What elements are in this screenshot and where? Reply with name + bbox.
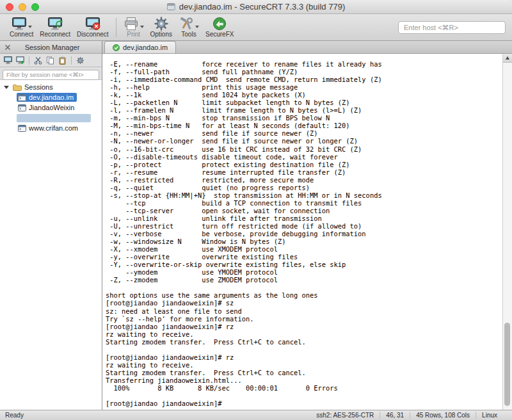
status-remote-os: Linux (476, 412, 503, 419)
session-filter-input[interactable] (3, 70, 99, 80)
terminal-line: [root@jiandao jiandaoweixin]# sz (106, 299, 502, 307)
terminal-line: -L, --packetlen N limit subpacket length… (106, 99, 502, 106)
terminal-line: Try `sz --help' for more information. (106, 315, 502, 323)
session-terminal-icon (18, 104, 26, 111)
print-button[interactable]: Print (120, 16, 147, 38)
status-bar: Ready ssh2: AES-256-CTR 46, 31 45 Rows, … (0, 410, 512, 420)
connect-session-button[interactable] (3, 55, 13, 66)
status-cursor-position: 46, 31 (380, 412, 410, 419)
terminal-output[interactable]: -E, --rename force receiver to rename fi… (102, 54, 502, 410)
status-encryption: ssh2: AES-256-CTR (310, 412, 380, 419)
terminal-line: -R, --restricted restricted, more secure… (106, 176, 502, 184)
tree-folder-sessions[interactable]: Sessions (0, 82, 102, 92)
terminal-line: [root@jiandao jiandaoweixin]# rz (106, 323, 502, 330)
disconnect-label: Disconnect (77, 31, 108, 38)
panel-toolbar-separator (71, 56, 72, 65)
terminal-line: -X, --xmodem use XMODEM protocol (106, 245, 502, 253)
tab-bar: dev.jiandao.im (102, 41, 512, 54)
terminal-line: -h, --help print this usage message (106, 83, 502, 91)
terminal-line: -s, --stop-at {HH:MM|+N} stop transmissi… (106, 191, 502, 199)
terminal-line: sz: need at least one file to send (106, 307, 502, 315)
session-item-label: dev.jiandao.im (29, 93, 74, 101)
gear-icon (154, 17, 168, 31)
paste-button[interactable] (57, 55, 68, 66)
session-manager-toolbar (0, 54, 102, 67)
folder-icon (13, 84, 22, 91)
options-button[interactable]: Options (147, 16, 175, 38)
terminal-line: rz waiting to receive. (106, 361, 502, 369)
terminal-line: -n, --newer send file if source newer (Z… (106, 129, 502, 137)
terminal-line: -U, --unrestrict turn off restricted mod… (106, 222, 502, 230)
disclosure-triangle-icon[interactable] (4, 86, 9, 89)
titlebar: dev.jiandao.im - SecureCRT 7.3.3 (build … (0, 0, 512, 14)
close-button[interactable] (6, 3, 13, 11)
session-manager-panel: Session Manager (0, 41, 102, 410)
terminal-line: -k, --1k send 1024 byte packets (X) (106, 91, 502, 99)
app-icon (167, 3, 175, 10)
terminal-line: 100% 8 KB 8 KB/sec 00:00:01 0 Errors (106, 384, 502, 392)
terminal-line: Transferring jiandaoweixin.html... (106, 376, 502, 384)
session-terminal-icon (18, 125, 26, 132)
zoom-button[interactable] (31, 3, 39, 11)
printer-icon (124, 17, 139, 31)
session-tree: Sessions dev.jiandao.im (0, 80, 102, 410)
window-title-wrap: dev.jiandao.im - SecureCRT 7.3.3 (build … (167, 2, 345, 12)
securecrt-window: dev.jiandao.im - SecureCRT 7.3.3 (build … (0, 0, 512, 420)
terminal-line: -o, --16-bit-crc use 16 bit CRC instead … (106, 145, 502, 153)
terminal-line: --tcp-server open socket, wait for conne… (106, 207, 502, 214)
terminal-line: short options use the same arguments as … (106, 291, 502, 299)
session-item-www-crifan-com[interactable]: www.crifan.com (0, 123, 102, 133)
cut-button[interactable] (33, 55, 44, 66)
session-item-untitled[interactable] (0, 113, 102, 123)
status-ready: Ready (5, 412, 24, 419)
terminal-line: -l, --framelen N limit frame length to N… (106, 106, 502, 114)
securefx-icon (212, 17, 227, 31)
properties-button[interactable] (75, 55, 86, 66)
terminal-line: -i, --immediate-command CMD send remote … (106, 76, 502, 83)
terminal-line: -N, --newer-or-longer send file if sourc… (106, 137, 502, 145)
session-manager-title: Session Manager (12, 44, 99, 51)
session-terminal-icon (18, 94, 26, 101)
window-title: dev.jiandao.im - SecureCRT 7.3.3 (build … (179, 2, 345, 12)
chevron-down-icon (28, 26, 32, 28)
securefx-button[interactable]: SecureFX (202, 16, 237, 38)
terminal-line: -M, --min-bps-time N for at least N seco… (106, 122, 502, 129)
terminal-line: -O, --disable-timeouts disable timeout c… (106, 153, 502, 161)
print-label: Print (127, 31, 140, 38)
panel-close-icon[interactable] (3, 43, 12, 52)
host-input[interactable] (398, 21, 506, 34)
tab-dev-jiandao-im[interactable]: dev.jiandao.im (104, 41, 176, 53)
reconnect-label: Reconnect (40, 31, 70, 38)
scrollbar-thumb[interactable] (504, 323, 510, 406)
terminal-line: [root@jiandao jiandaoweixin]# (106, 400, 502, 407)
session-item-jiandaoweixin[interactable]: JiandaoWeixin (0, 102, 102, 113)
terminal-line: -E, --rename force receiver to rename fi… (106, 60, 502, 68)
connect-label: Connect (10, 31, 33, 38)
terminal-line: --ymodem use YMODEM protocol (106, 268, 502, 276)
copy-button[interactable] (45, 55, 56, 66)
connect-button[interactable]: Connect (6, 16, 36, 38)
terminal-line (106, 284, 502, 291)
copy-icon (46, 56, 54, 65)
terminal-line: -y, --overwrite overwrite existing files (106, 253, 502, 261)
session-item-label: JiandaoWeixin (29, 104, 74, 111)
chevron-down-icon (140, 26, 144, 28)
reconnect-button[interactable]: Reconnect (36, 16, 74, 38)
tools-icon (179, 17, 194, 31)
monitor-reconnect-icon (47, 17, 63, 31)
options-label: Options (150, 31, 172, 38)
terminal-line: -f, --full-path send full pathname (Y/Z) (106, 68, 502, 76)
status-right-group: ssh2: AES-256-CTR 46, 31 45 Rows, 108 Co… (310, 412, 507, 419)
minimize-button[interactable] (19, 3, 26, 11)
scroll-up-button[interactable] (503, 54, 512, 63)
terminal-pane: dev.jiandao.im -E, --rename force receiv… (102, 41, 512, 410)
tools-button[interactable]: Tools (175, 16, 202, 38)
terminal-line: -v, --verbose be verbose, provide debugg… (106, 230, 502, 238)
terminal-line: Starting zmodem transfer. Press Ctrl+C t… (106, 338, 502, 346)
session-manager-header: Session Manager (0, 41, 102, 54)
disconnect-button[interactable]: Disconnect (74, 16, 111, 38)
session-item-dev-jiandao-im[interactable]: dev.jiandao.im (0, 92, 102, 102)
new-session-button[interactable] (15, 55, 26, 66)
securefx-label: SecureFX (205, 31, 234, 38)
terminal-scrollbar[interactable] (502, 54, 512, 410)
